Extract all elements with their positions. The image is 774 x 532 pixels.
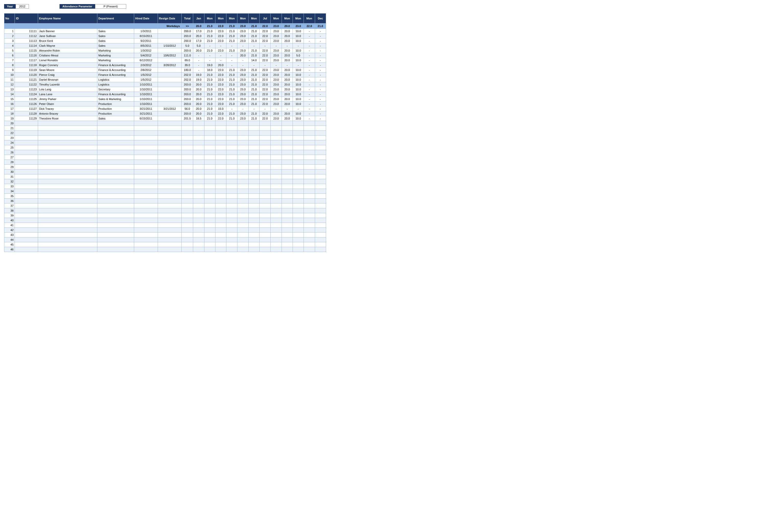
cell-no[interactable]: 30 (4, 170, 15, 174)
cell-id[interactable]: 11124 (15, 92, 38, 97)
cell-empty[interactable] (293, 228, 304, 233)
cell-name[interactable]: Peter Olsen (38, 102, 97, 106)
cell-empty[interactable] (248, 145, 259, 150)
cell-month[interactable]: 23.0 (238, 82, 248, 87)
cell-empty[interactable] (193, 194, 204, 199)
cell-no[interactable]: 36 (4, 199, 15, 203)
cell-month[interactable]: 21.0 (248, 102, 259, 106)
cell-month[interactable]: 21.0 (248, 68, 259, 72)
col-month[interactable]: Jul (260, 14, 271, 23)
cell-empty[interactable] (260, 228, 271, 233)
cell-name[interactable]: Timothy Lazenbi (38, 82, 97, 87)
cell-empty[interactable] (97, 247, 134, 252)
cell-id[interactable]: 11117 (15, 58, 38, 63)
cell-month[interactable]: 21.0 (204, 48, 215, 53)
cell-month[interactable]: 20.0 (193, 111, 204, 116)
cell-month[interactable]: 20.0 (193, 34, 204, 39)
cell-empty[interactable] (293, 242, 304, 247)
cell-name[interactable]: Alexandre Robin (38, 48, 97, 53)
cell-empty[interactable] (134, 165, 158, 170)
table-row[interactable]: 1011120Pierce CraigFinance & Accounting1… (4, 72, 326, 77)
cell-empty[interactable] (15, 242, 38, 247)
cell-empty[interactable] (260, 160, 271, 165)
cell-month[interactable]: - (304, 92, 315, 97)
cell-empty[interactable] (271, 184, 282, 189)
cell-resign[interactable] (158, 68, 182, 72)
cell-empty[interactable] (15, 121, 38, 126)
table-row[interactable]: 42 (4, 228, 326, 233)
cell-empty[interactable] (181, 126, 193, 131)
cell-empty[interactable] (134, 203, 158, 208)
cell-no[interactable]: 16 (4, 102, 15, 106)
cell-month[interactable]: - (271, 43, 282, 48)
cell-dept[interactable]: Logistics (97, 77, 134, 82)
cell-empty[interactable] (304, 174, 315, 179)
table-row[interactable]: 32 (4, 179, 326, 184)
cell-month[interactable]: 22.0 (260, 53, 271, 58)
cell-empty[interactable] (293, 126, 304, 131)
cell-empty[interactable] (97, 194, 134, 199)
col-month[interactable]: Mon (238, 14, 248, 23)
cell-empty[interactable] (204, 208, 215, 213)
cell-month[interactable]: 21.0 (227, 48, 238, 53)
cell-month[interactable]: - (238, 63, 248, 68)
cell-empty[interactable] (215, 242, 226, 247)
cell-empty[interactable] (38, 150, 97, 155)
cell-empty[interactable] (248, 174, 259, 179)
cell-no[interactable]: 42 (4, 228, 15, 233)
cell-empty[interactable] (158, 184, 182, 189)
cell-empty[interactable] (38, 228, 97, 233)
cell-month[interactable]: - (204, 43, 215, 48)
cell-empty[interactable] (248, 199, 259, 203)
cell-empty[interactable] (193, 213, 204, 218)
cell-month[interactable]: - (304, 111, 315, 116)
cell-empty[interactable] (97, 189, 134, 194)
cell-empty[interactable] (193, 223, 204, 228)
col-hired[interactable]: Hired Date (134, 14, 158, 23)
cell-name[interactable]: Sean Moore (38, 68, 97, 72)
cell-empty[interactable] (248, 165, 259, 170)
cell-month[interactable]: 21.0 (248, 48, 259, 53)
cell-empty[interactable] (193, 208, 204, 213)
cell-month[interactable]: 21.0 (204, 72, 215, 77)
cell-month[interactable]: 21.0 (248, 29, 259, 34)
cell-month[interactable]: 23.0 (238, 72, 248, 77)
cell-empty[interactable] (293, 136, 304, 140)
cell-empty[interactable] (315, 194, 326, 199)
cell-empty[interactable] (304, 121, 315, 126)
cell-empty[interactable] (248, 194, 259, 199)
cell-empty[interactable] (227, 155, 238, 160)
cell-empty[interactable] (293, 184, 304, 189)
cell-empty[interactable] (134, 242, 158, 247)
cell-empty[interactable] (271, 179, 282, 184)
table-row[interactable]: 43 (4, 233, 326, 237)
cell-empty[interactable] (215, 140, 226, 145)
cell-empty[interactable] (204, 237, 215, 242)
cell-month[interactable]: 21.0 (204, 29, 215, 34)
cell-empty[interactable] (134, 184, 158, 189)
cell-empty[interactable] (271, 213, 282, 218)
cell-empty[interactable] (158, 126, 182, 131)
cell-empty[interactable] (215, 160, 226, 165)
cell-empty[interactable] (158, 194, 182, 199)
cell-empty[interactable] (248, 203, 259, 208)
cell-empty[interactable] (293, 199, 304, 203)
cell-empty[interactable] (215, 237, 226, 242)
cell-empty[interactable] (193, 233, 204, 237)
cell-month[interactable]: 23.0 (238, 34, 248, 39)
cell-month[interactable]: - (260, 63, 271, 68)
cell-empty[interactable] (248, 170, 259, 174)
cell-month[interactable]: 22.0 (215, 111, 226, 116)
cell-empty[interactable] (282, 174, 293, 179)
cell-no[interactable]: 20 (4, 121, 15, 126)
cell-empty[interactable] (38, 237, 97, 242)
cell-empty[interactable] (97, 179, 134, 184)
cell-name[interactable]: Antonio Bracey (38, 111, 97, 116)
cell-month[interactable]: - (304, 58, 315, 63)
col-month[interactable]: Mon (282, 14, 293, 23)
cell-total[interactable]: 203.0 (181, 92, 193, 97)
cell-empty[interactable] (158, 242, 182, 247)
table-row[interactable]: 511115Alexandre RobinMarketing1/3/201220… (4, 48, 326, 53)
cell-total[interactable]: 203.0 (181, 97, 193, 102)
cell-month[interactable]: 23.0 (271, 29, 282, 34)
